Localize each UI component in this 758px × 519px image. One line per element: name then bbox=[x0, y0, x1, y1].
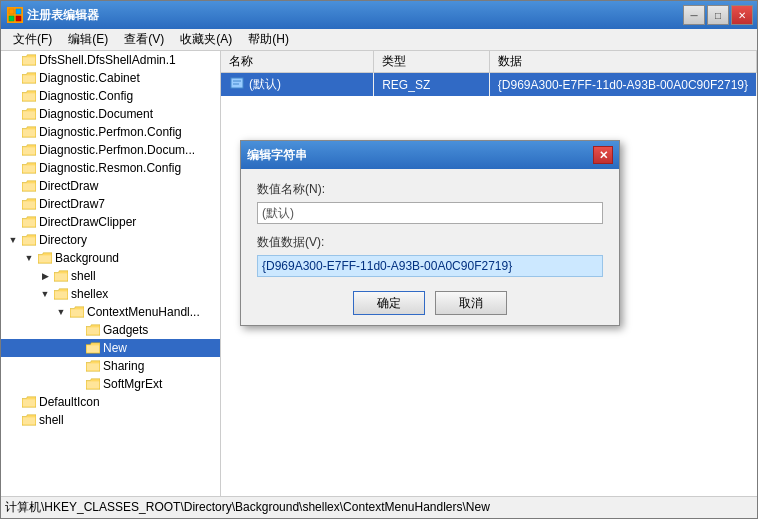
tree-item-shellex[interactable]: ▼ shellex bbox=[1, 285, 220, 303]
tree-item-diag-perfmon-docum[interactable]: Diagnostic.Perfmon.Docum... bbox=[1, 141, 220, 159]
tree-label-shell2: shell bbox=[39, 413, 64, 427]
folder-icon-dfsshell bbox=[21, 52, 37, 68]
restore-button[interactable]: □ bbox=[707, 5, 729, 25]
tree-item-softmgrext[interactable]: SoftMgrExt bbox=[1, 375, 220, 393]
minimize-button[interactable]: ─ bbox=[683, 5, 705, 25]
expander-directdraw7 bbox=[5, 196, 21, 212]
cell-type: REG_SZ bbox=[374, 73, 490, 97]
tree-panel[interactable]: DfsShell.DfsShellAdmin.1 Diagnostic.Cabi… bbox=[1, 51, 221, 496]
tree-label-defaulticon: DefaultIcon bbox=[39, 395, 100, 409]
tree-item-defaulticon[interactable]: DefaultIcon bbox=[1, 393, 220, 411]
folder-icon-directdraw bbox=[21, 178, 37, 194]
expander-shell: ▶ bbox=[37, 268, 53, 284]
cell-data: {D969A300-E7FF-11d0-A93B-00A0C90F2719} bbox=[489, 73, 756, 97]
status-bar: 计算机\HKEY_CLASSES_ROOT\Directory\Backgrou… bbox=[1, 496, 757, 518]
tree-item-shell[interactable]: ▶ shell bbox=[1, 267, 220, 285]
folder-icon-diag-perfmon-docum bbox=[21, 142, 37, 158]
dialog-title-bar: 编辑字符串 ✕ bbox=[241, 141, 619, 169]
col-header-name: 名称 bbox=[221, 51, 374, 73]
folder-icon-shellex bbox=[53, 286, 69, 302]
title-bar-left: 注册表编辑器 bbox=[7, 7, 99, 24]
tree-item-directdrawclipper[interactable]: DirectDrawClipper bbox=[1, 213, 220, 231]
expander-sharing bbox=[69, 358, 85, 374]
folder-icon-defaulticon bbox=[21, 394, 37, 410]
tree-item-diag-resmon-config[interactable]: Diagnostic.Resmon.Config bbox=[1, 159, 220, 177]
expander-new bbox=[69, 340, 85, 356]
expander-diag-perfmon-docum bbox=[5, 142, 21, 158]
folder-icon-diag-perfmon-config bbox=[21, 124, 37, 140]
svg-rect-2 bbox=[9, 16, 14, 21]
folder-icon-softmgrext bbox=[85, 376, 101, 392]
folder-icon-sharing bbox=[85, 358, 101, 374]
tree-label-background: Background bbox=[55, 251, 119, 265]
menu-edit[interactable]: 编辑(E) bbox=[60, 29, 116, 50]
dialog-name-label: 数值名称(N): bbox=[257, 181, 603, 198]
tree-item-diag-perfmon-config[interactable]: Diagnostic.Perfmon.Config bbox=[1, 123, 220, 141]
folder-icon-shell bbox=[53, 268, 69, 284]
menu-view[interactable]: 查看(V) bbox=[116, 29, 172, 50]
title-bar: 注册表编辑器 ─ □ ✕ bbox=[1, 1, 757, 29]
tree-item-dfsshell[interactable]: DfsShell.DfsShellAdmin.1 bbox=[1, 51, 220, 69]
dialog-title-text: 编辑字符串 bbox=[247, 147, 307, 164]
dialog-body: 数值名称(N): 数值数据(V): 确定 取消 bbox=[241, 169, 619, 325]
expander-softmgrext bbox=[69, 376, 85, 392]
tree-item-diagnostic-config[interactable]: Diagnostic.Config bbox=[1, 87, 220, 105]
dialog-buttons: 确定 取消 bbox=[257, 291, 603, 315]
tree-item-diagnostic-document[interactable]: Diagnostic.Document bbox=[1, 105, 220, 123]
svg-rect-4 bbox=[231, 78, 243, 88]
svg-rect-0 bbox=[9, 9, 14, 14]
cell-name: (默认) bbox=[221, 73, 374, 97]
tree-item-shell2[interactable]: shell bbox=[1, 411, 220, 429]
close-button[interactable]: ✕ bbox=[731, 5, 753, 25]
folder-icon-diag-document bbox=[21, 106, 37, 122]
tree-item-gadgets[interactable]: Gadgets bbox=[1, 321, 220, 339]
folder-icon-diag-resmon bbox=[21, 160, 37, 176]
tree-item-sharing[interactable]: Sharing bbox=[1, 357, 220, 375]
tree-item-diagnostic-cabinet[interactable]: Diagnostic.Cabinet bbox=[1, 69, 220, 87]
dialog-cancel-button[interactable]: 取消 bbox=[435, 291, 507, 315]
menu-help[interactable]: 帮助(H) bbox=[240, 29, 297, 50]
status-text: 计算机\HKEY_CLASSES_ROOT\Directory\Backgrou… bbox=[5, 499, 490, 516]
svg-rect-1 bbox=[16, 9, 21, 14]
menu-bar: 文件(F) 编辑(E) 查看(V) 收藏夹(A) 帮助(H) bbox=[1, 29, 757, 51]
expander-directdrawclipper bbox=[5, 214, 21, 230]
expander-defaulticon bbox=[5, 394, 21, 410]
menu-file[interactable]: 文件(F) bbox=[5, 29, 60, 50]
menu-favorites[interactable]: 收藏夹(A) bbox=[172, 29, 240, 50]
table-row[interactable]: (默认) REG_SZ {D969A300-E7FF-11d0-A93B-00A… bbox=[221, 73, 757, 97]
registry-table: 名称 类型 数据 (默认) REG_SZ {D96 bbox=[221, 51, 757, 96]
tree-label-new: New bbox=[103, 341, 127, 355]
tree-label-dfsshell: DfsShell.DfsShellAdmin.1 bbox=[39, 53, 176, 67]
tree-label-diag-document: Diagnostic.Document bbox=[39, 107, 153, 121]
dialog-close-button[interactable]: ✕ bbox=[593, 146, 613, 164]
tree-label-shell: shell bbox=[71, 269, 96, 283]
tree-label-diag-cabinet: Diagnostic.Cabinet bbox=[39, 71, 140, 85]
tree-label-diag-config: Diagnostic.Config bbox=[39, 89, 133, 103]
expander-directdraw bbox=[5, 178, 21, 194]
tree-item-new[interactable]: New bbox=[1, 339, 220, 357]
tree-label-directdraw7: DirectDraw7 bbox=[39, 197, 105, 211]
tree-item-background[interactable]: ▼ Background bbox=[1, 249, 220, 267]
expander-background: ▼ bbox=[21, 250, 37, 266]
expander-diag-config bbox=[5, 88, 21, 104]
dialog-ok-button[interactable]: 确定 bbox=[353, 291, 425, 315]
expander-diag-cabinet bbox=[5, 70, 21, 86]
expander-shellex: ▼ bbox=[37, 286, 53, 302]
svg-rect-3 bbox=[16, 16, 21, 21]
reg-value-icon bbox=[229, 75, 245, 94]
tree-item-contextmenuhandlers[interactable]: ▼ ContextMenuHandl... bbox=[1, 303, 220, 321]
tree-item-directdraw7[interactable]: DirectDraw7 bbox=[1, 195, 220, 213]
dialog-data-label: 数值数据(V): bbox=[257, 234, 603, 251]
tree-item-directdraw[interactable]: DirectDraw bbox=[1, 177, 220, 195]
folder-icon-background bbox=[37, 250, 53, 266]
folder-icon-contextmenu bbox=[69, 304, 85, 320]
tree-label-diag-resmon: Diagnostic.Resmon.Config bbox=[39, 161, 181, 175]
tree-label-shellex: shellex bbox=[71, 287, 108, 301]
expander-contextmenu: ▼ bbox=[53, 304, 69, 320]
folder-icon-directory bbox=[21, 232, 37, 248]
dialog-data-input[interactable] bbox=[257, 255, 603, 277]
tree-item-directory[interactable]: ▼ Directory bbox=[1, 231, 220, 249]
dialog-name-input[interactable] bbox=[257, 202, 603, 224]
tree-label-contextmenu: ContextMenuHandl... bbox=[87, 305, 200, 319]
app-icon bbox=[7, 7, 23, 23]
